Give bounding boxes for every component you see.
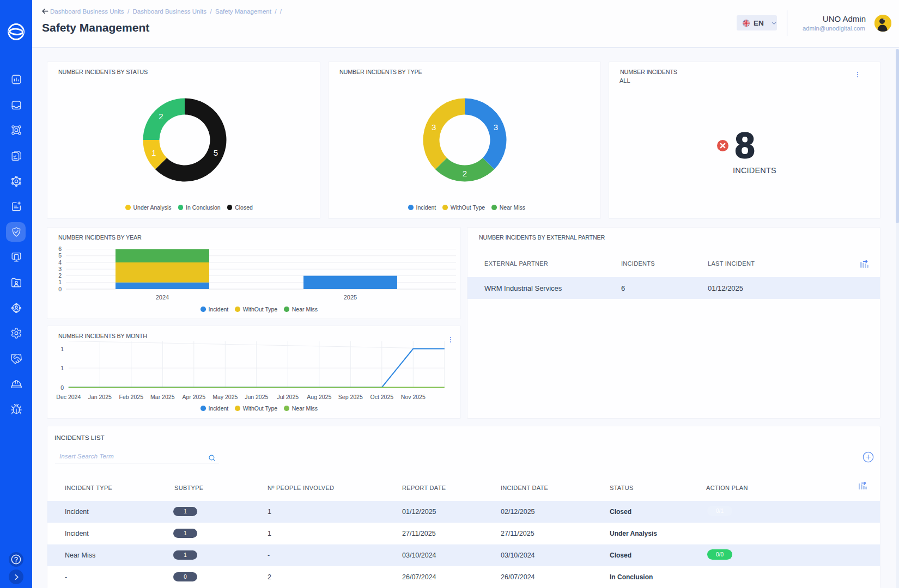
svg-text:Jul 2025: Jul 2025 xyxy=(277,394,299,400)
svg-text:5: 5 xyxy=(58,252,62,259)
svg-text:0: 0 xyxy=(60,384,64,391)
svg-text:Jun 2025: Jun 2025 xyxy=(245,394,268,400)
svg-text:2: 2 xyxy=(58,272,62,279)
svg-text:Nov 2025: Nov 2025 xyxy=(401,394,426,400)
svg-text:Jan 2025: Jan 2025 xyxy=(88,394,112,400)
svg-text:Aug 2025: Aug 2025 xyxy=(307,394,331,400)
svg-text:3: 3 xyxy=(494,122,498,132)
svg-text:4: 4 xyxy=(58,259,62,266)
svg-text:6: 6 xyxy=(58,246,62,252)
svg-text:1: 1 xyxy=(58,279,62,285)
svg-text:Dec 2024: Dec 2024 xyxy=(56,394,81,400)
svg-text:2024: 2024 xyxy=(156,294,169,301)
svg-text:3: 3 xyxy=(58,266,62,272)
svg-text:0: 0 xyxy=(58,286,62,292)
svg-text:Oct 2025: Oct 2025 xyxy=(370,394,393,400)
svg-text:1: 1 xyxy=(60,365,64,371)
svg-text:Mar 2025: Mar 2025 xyxy=(150,394,175,400)
svg-text:1: 1 xyxy=(151,148,156,157)
svg-text:Feb 2025: Feb 2025 xyxy=(119,394,144,400)
svg-text:3: 3 xyxy=(432,122,436,132)
svg-text:Apr 2025: Apr 2025 xyxy=(182,394,205,400)
svg-text:5: 5 xyxy=(214,148,218,157)
svg-text:May 2025: May 2025 xyxy=(212,394,238,400)
svg-text:1: 1 xyxy=(60,346,64,352)
svg-text:2025: 2025 xyxy=(344,294,357,301)
svg-text:Sep 2025: Sep 2025 xyxy=(338,394,363,400)
svg-text:2: 2 xyxy=(159,112,163,121)
svg-text:2: 2 xyxy=(463,169,467,178)
